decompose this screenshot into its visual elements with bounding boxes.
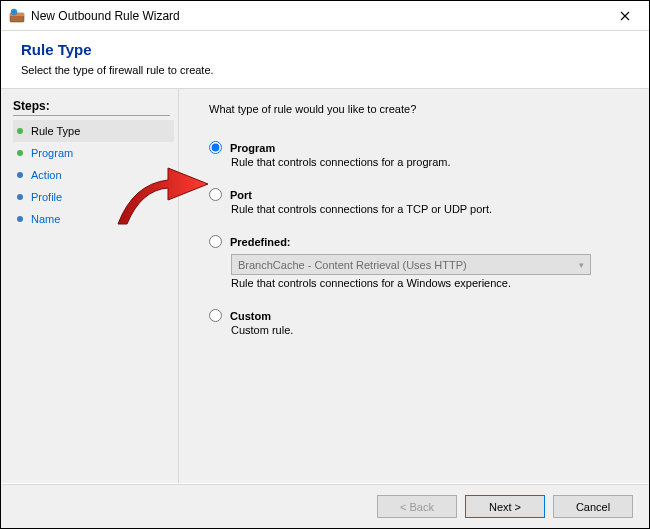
option-port-label: Port (230, 189, 252, 201)
predefined-select-value: BranchCache - Content Retrieval (Uses HT… (238, 259, 467, 271)
radio-program[interactable] (209, 141, 222, 154)
option-program-label: Program (230, 142, 275, 154)
radio-predefined[interactable] (209, 235, 222, 248)
option-predefined-label: Predefined: (230, 236, 291, 248)
content: What type of rule would you like to crea… (179, 89, 649, 483)
step-action[interactable]: Action (13, 164, 174, 186)
chevron-down-icon: ▾ (579, 260, 584, 270)
step-label: Program (31, 147, 73, 159)
option-port: Port Rule that controls connections for … (209, 188, 629, 215)
option-program: Program Rule that controls connections f… (209, 141, 629, 168)
radio-port[interactable] (209, 188, 222, 201)
option-program-desc: Rule that controls connections for a pro… (231, 156, 629, 168)
step-label: Profile (31, 191, 62, 203)
titlebar: New Outbound Rule Wizard (1, 1, 649, 31)
steps-divider (13, 115, 170, 116)
main: Steps: Rule Type Program Action Profile … (1, 89, 649, 483)
option-custom-label: Custom (230, 310, 271, 322)
steps-heading: Steps: (13, 99, 174, 113)
app-icon (9, 8, 25, 24)
step-label: Action (31, 169, 62, 181)
back-button: < Back (377, 495, 457, 518)
option-predefined: Predefined: BranchCache - Content Retrie… (209, 235, 629, 289)
option-custom-desc: Custom rule. (231, 324, 629, 336)
option-custom: Custom Custom rule. (209, 309, 629, 336)
step-bullet-icon (17, 128, 23, 134)
step-name[interactable]: Name (13, 208, 174, 230)
radio-custom[interactable] (209, 309, 222, 322)
predefined-select: BranchCache - Content Retrieval (Uses HT… (231, 254, 591, 275)
step-bullet-icon (17, 150, 23, 156)
step-bullet-icon (17, 216, 23, 222)
sidebar: Steps: Rule Type Program Action Profile … (1, 89, 179, 483)
window-title: New Outbound Rule Wizard (31, 9, 605, 23)
option-predefined-desc: Rule that controls connections for a Win… (231, 277, 629, 289)
cancel-button[interactable]: Cancel (553, 495, 633, 518)
header: Rule Type Select the type of firewall ru… (1, 31, 649, 89)
page-title: Rule Type (21, 41, 629, 58)
footer: < Back Next > Cancel (180, 484, 649, 528)
content-question: What type of rule would you like to crea… (209, 103, 629, 115)
footer-fill (1, 484, 180, 528)
step-bullet-icon (17, 194, 23, 200)
step-rule-type[interactable]: Rule Type (13, 120, 174, 142)
close-icon (620, 11, 630, 21)
step-profile[interactable]: Profile (13, 186, 174, 208)
step-label: Name (31, 213, 60, 225)
step-program[interactable]: Program (13, 142, 174, 164)
option-port-desc: Rule that controls connections for a TCP… (231, 203, 629, 215)
page-subtitle: Select the type of firewall rule to crea… (21, 64, 629, 76)
close-button[interactable] (605, 1, 645, 31)
step-bullet-icon (17, 172, 23, 178)
step-label: Rule Type (31, 125, 80, 137)
next-button[interactable]: Next > (465, 495, 545, 518)
